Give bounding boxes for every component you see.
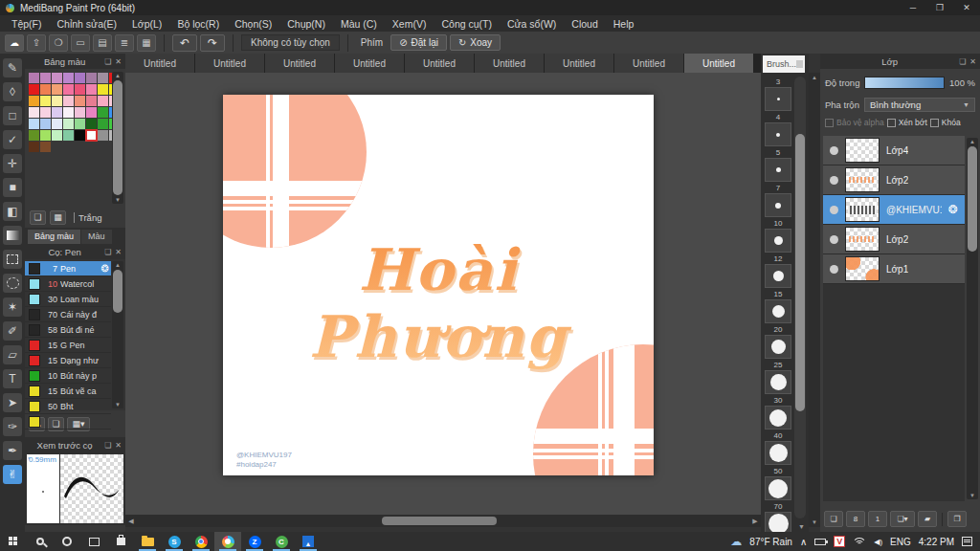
clock[interactable]: 4:22 PM bbox=[919, 537, 954, 547]
document-tab[interactable]: Untitled bbox=[265, 54, 334, 73]
popout-icon[interactable]: ❏ bbox=[104, 441, 111, 450]
brush-item[interactable]: 70Cái này đ bbox=[25, 307, 111, 322]
new-1bit-layer-button[interactable]: 1 bbox=[868, 511, 887, 527]
document-tab[interactable]: Untitled bbox=[335, 54, 404, 73]
menu-item-xem[interactable]: Xem(V) bbox=[385, 18, 434, 30]
color-swatch[interactable] bbox=[75, 96, 85, 106]
brush-size-option[interactable] bbox=[765, 476, 791, 500]
new-8bit-layer-button[interactable]: 8 bbox=[846, 511, 865, 527]
color-swatch[interactable] bbox=[75, 73, 85, 83]
color-swatch[interactable] bbox=[40, 130, 51, 141]
brush-size-option[interactable] bbox=[765, 370, 791, 394]
color-swatch[interactable] bbox=[40, 142, 51, 152]
brush-size-option[interactable] bbox=[765, 158, 791, 182]
fill-rect-tool[interactable]: ■ bbox=[3, 178, 22, 197]
hand-tool[interactable]: ✌ bbox=[3, 465, 22, 484]
brush-item[interactable] bbox=[25, 414, 111, 430]
battery-icon[interactable] bbox=[814, 539, 826, 545]
language-indicator[interactable]: ENG bbox=[890, 537, 911, 547]
canvas-horizontal-scrollbar[interactable]: ◀ ▶ bbox=[125, 515, 761, 527]
taskbar-zalo[interactable]: Z bbox=[241, 532, 268, 551]
color-swatch[interactable] bbox=[29, 84, 39, 95]
scroll-up-icon[interactable]: ▲ bbox=[809, 74, 820, 81]
layer-visibility-dot[interactable] bbox=[830, 146, 838, 155]
select-pen-tool[interactable]: ✐ bbox=[3, 321, 22, 341]
color-swatch[interactable] bbox=[63, 84, 74, 95]
color-swatch[interactable] bbox=[98, 130, 108, 141]
taskbar-search[interactable] bbox=[27, 532, 54, 551]
brush-size-option[interactable] bbox=[765, 441, 791, 465]
color-swatch[interactable] bbox=[98, 119, 108, 129]
layer-visibility-dot[interactable] bbox=[830, 235, 838, 244]
color-swatch[interactable] bbox=[52, 84, 62, 95]
layers-scroll-thumb[interactable] bbox=[968, 146, 977, 252]
chat-button[interactable]: ▭ bbox=[71, 34, 90, 52]
brush-size-scrollbar[interactable] bbox=[794, 77, 806, 518]
menu-item-chọn[interactable]: Chọn(S) bbox=[227, 18, 279, 30]
popout-icon[interactable]: ❏ bbox=[104, 248, 111, 256]
magic-wand-tool[interactable]: ✶ bbox=[3, 298, 22, 317]
palette-scrollbar[interactable]: ▲ ▼ bbox=[112, 72, 123, 204]
scroll-down-icon[interactable]: ▼ bbox=[798, 523, 805, 530]
color-swatch[interactable] bbox=[98, 96, 108, 106]
taskbar-photos[interactable]: ▲ bbox=[295, 532, 322, 551]
color-swatch[interactable] bbox=[40, 73, 51, 83]
taskbar-store[interactable] bbox=[107, 532, 134, 551]
taskbar-skype[interactable]: S bbox=[161, 532, 188, 551]
scroll-up-icon[interactable]: ▲ bbox=[967, 138, 978, 145]
text-tool[interactable]: T bbox=[3, 369, 22, 388]
taskbar-cortana[interactable] bbox=[54, 532, 80, 551]
brush-item[interactable]: 50Bht bbox=[25, 399, 111, 414]
color-swatch[interactable] bbox=[86, 119, 97, 129]
artboard[interactable]: Hoài Phương @KHIEMVU197 #hoidap247 bbox=[223, 95, 654, 475]
layer-visibility-dot[interactable] bbox=[830, 206, 838, 214]
canvas-workspace[interactable]: Hoài Phương @KHIEMVU197 #hoidap247 bbox=[125, 73, 761, 515]
color-swatch[interactable] bbox=[29, 142, 39, 152]
color-swatch[interactable] bbox=[86, 130, 97, 141]
color-swatch[interactable] bbox=[75, 130, 85, 141]
gear-icon[interactable]: ❂ bbox=[948, 203, 958, 216]
document-tab[interactable]: Untitled bbox=[614, 54, 683, 73]
brush-item[interactable]: 10Watercol bbox=[25, 276, 111, 292]
scroll-down-icon[interactable]: ▼ bbox=[112, 196, 123, 204]
layer-option-xén-bớt[interactable]: Xén bớt bbox=[887, 118, 927, 127]
color-swatch[interactable] bbox=[75, 119, 85, 129]
document-tab[interactable]: Untitled bbox=[545, 54, 613, 73]
menu-item-lớp[interactable]: Lớp(L) bbox=[124, 18, 169, 30]
wifi-icon[interactable] bbox=[853, 538, 866, 546]
brush-size-scroll-thumb[interactable] bbox=[795, 134, 805, 411]
eyedropper-tool[interactable]: ✒ bbox=[3, 441, 22, 460]
scroll-left-icon[interactable]: ◀ bbox=[125, 515, 137, 527]
taskbar-file-explorer[interactable] bbox=[134, 532, 161, 551]
document-tab[interactable]: Untitled bbox=[475, 54, 544, 73]
notification-center-icon[interactable] bbox=[962, 537, 972, 546]
delete-color-button[interactable]: ▦ bbox=[50, 210, 66, 225]
document-tab[interactable]: Untitled bbox=[405, 54, 474, 73]
brush-size-option[interactable] bbox=[765, 264, 791, 288]
color-swatch[interactable] bbox=[63, 107, 74, 118]
comment-button[interactable]: ❍ bbox=[49, 34, 68, 52]
layer-item[interactable]: Lớp4 bbox=[823, 136, 965, 165]
palette-tab-bảng-màu[interactable]: Bảng màu bbox=[28, 230, 80, 244]
move-tool[interactable]: ✛ bbox=[3, 154, 22, 173]
brush-item[interactable]: 15G Pen bbox=[25, 338, 111, 353]
color-swatch[interactable] bbox=[63, 96, 74, 106]
brush-list-scrollbar[interactable]: ▲ ▼ bbox=[112, 261, 123, 408]
brush-item[interactable]: 15Bút vẽ ca bbox=[25, 384, 111, 399]
brush-item[interactable]: 7Pen❂ bbox=[25, 261, 111, 276]
menu-item-help[interactable]: Help bbox=[606, 18, 642, 30]
reset-view-button[interactable]: ⊘ Đặt lại bbox=[390, 34, 447, 51]
layer-option-bảo-vệ-alpha[interactable]: Bảo vệ alpha bbox=[825, 118, 884, 127]
close-icon[interactable]: ✕ bbox=[115, 248, 122, 256]
scroll-down-icon[interactable]: ▼ bbox=[809, 518, 820, 526]
rotate-view-button[interactable]: ↻ Xoay bbox=[450, 34, 501, 51]
menu-item-cửa-sổ[interactable]: Cửa sổ(W) bbox=[500, 18, 564, 30]
popout-icon[interactable]: ❏ bbox=[959, 57, 966, 66]
color-swatch[interactable] bbox=[86, 84, 97, 95]
brush-size-option[interactable] bbox=[765, 512, 791, 532]
color-swatch[interactable] bbox=[63, 130, 74, 141]
brush-scroll-thumb[interactable] bbox=[113, 270, 122, 313]
weather-cloud-icon[interactable]: ☁ bbox=[730, 535, 742, 548]
color-swatch[interactable] bbox=[52, 119, 62, 129]
undo-button[interactable]: ↶ bbox=[172, 34, 197, 52]
